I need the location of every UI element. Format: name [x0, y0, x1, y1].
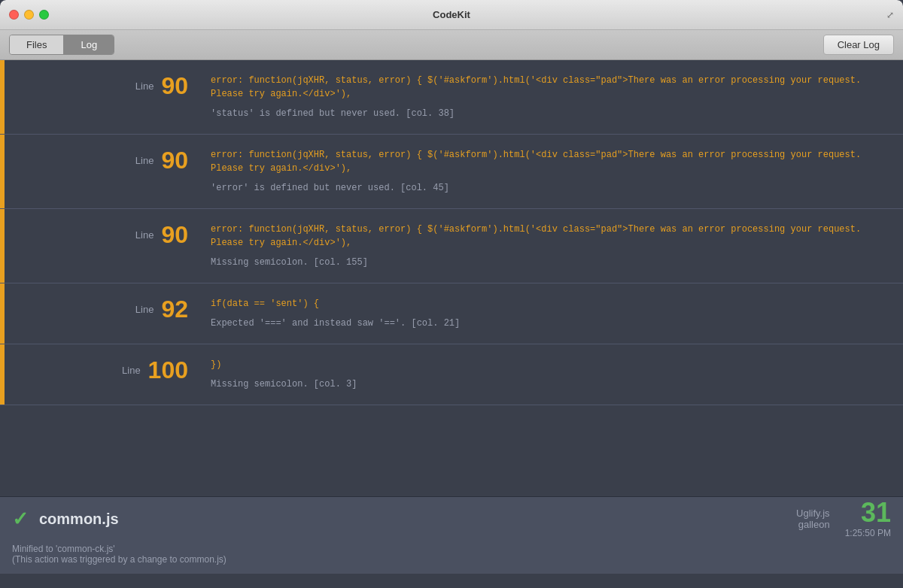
- check-icon: ✓: [12, 508, 29, 531]
- line-number: 92: [161, 297, 188, 321]
- log-entry: Line 90 error: function(jqXHR, status, e…: [0, 209, 903, 283]
- log-message: Missing semicolon. [col. 3]: [211, 377, 873, 391]
- line-label: Line 92: [0, 297, 211, 321]
- tab-group: Files Log: [9, 35, 114, 55]
- status-tool: Uglify.js: [796, 508, 830, 519]
- log-content: error: function(jqXHR, status, error) { …: [211, 148, 888, 195]
- minimize-button[interactable]: [24, 10, 34, 20]
- line-label: Line 90: [0, 74, 211, 98]
- status-bar: ✓ common.js Uglify.js galleon 31 1:25:50…: [0, 496, 903, 574]
- log-content: error: function(jqXHR, status, error) { …: [211, 223, 888, 269]
- log-entry: Line 100 }) Missing semicolon. [col. 3]: [0, 344, 903, 405]
- toolbar: Files Log Clear Log: [0, 30, 903, 60]
- status-filename: common.js: [39, 511, 796, 528]
- log-code: error: function(jqXHR, status, error) { …: [211, 148, 873, 175]
- status-time: 1:25:50 PM: [845, 528, 891, 538]
- log-area: Line 90 error: function(jqXHR, status, e…: [0, 60, 903, 496]
- warning-bar: [0, 209, 5, 283]
- log-message: 'status' is defined but never used. [col…: [211, 107, 873, 120]
- line-text: Line: [135, 80, 154, 92]
- log-entry: Line 92 if(data == 'sent') { Expected '=…: [0, 283, 903, 344]
- status-count: 31: [861, 499, 891, 526]
- line-label: Line 100: [0, 358, 211, 382]
- log-content: if(data == 'sent') { Expected '===' and …: [211, 297, 888, 330]
- line-number: 90: [161, 148, 188, 172]
- traffic-lights: [9, 10, 49, 20]
- tab-log[interactable]: Log: [64, 35, 114, 54]
- close-button[interactable]: [9, 10, 19, 20]
- line-label: Line 90: [0, 148, 211, 172]
- log-code: error: function(jqXHR, status, error) { …: [211, 74, 873, 101]
- line-text: Line: [135, 304, 154, 315]
- warning-bar: [0, 283, 5, 344]
- status-detail-line-2: (This action was triggered by a change t…: [12, 554, 891, 565]
- titlebar: CodeKit ⤢: [0, 0, 903, 30]
- clear-log-button[interactable]: Clear Log: [823, 35, 894, 55]
- status-right: Uglify.js galleon: [796, 508, 830, 530]
- expand-icon: ⤢: [886, 10, 894, 20]
- warning-bar: [0, 135, 5, 208]
- log-code: if(data == 'sent') {: [211, 297, 873, 311]
- status-detail-line-1: Minified to 'common-ck.js': [12, 544, 891, 554]
- warning-bar: [0, 344, 5, 405]
- maximize-button[interactable]: [39, 10, 49, 20]
- status-count-block: 31 1:25:50 PM: [845, 499, 891, 538]
- log-entry: Line 90 error: function(jqXHR, status, e…: [0, 135, 903, 209]
- line-number: 90: [161, 74, 188, 98]
- line-number: 100: [148, 358, 188, 382]
- line-text: Line: [135, 155, 154, 166]
- window-title: CodeKit: [433, 9, 470, 20]
- status-detail: Minified to 'common-ck.js' (This action …: [0, 541, 903, 574]
- log-code: error: function(jqXHR, status, error) { …: [211, 223, 873, 250]
- status-main: ✓ common.js Uglify.js galleon 31 1:25:50…: [0, 497, 903, 541]
- log-code: }): [211, 358, 873, 371]
- log-entry: Line 90 error: function(jqXHR, status, e…: [0, 60, 903, 135]
- titlebar-right: ⤢: [886, 10, 894, 20]
- log-content: error: function(jqXHR, status, error) { …: [211, 74, 888, 120]
- tab-files[interactable]: Files: [10, 35, 64, 54]
- line-number: 90: [161, 223, 188, 247]
- log-message: Expected '===' and instead saw '=='. [co…: [211, 317, 873, 330]
- line-label: Line 90: [0, 223, 211, 247]
- line-text: Line: [122, 365, 141, 376]
- line-text: Line: [135, 229, 154, 241]
- status-engine: galleon: [798, 519, 830, 530]
- log-message: Missing semicolon. [col. 155]: [211, 256, 873, 269]
- log-content: }) Missing semicolon. [col. 3]: [211, 358, 888, 391]
- log-message: 'error' is defined but never used. [col.…: [211, 181, 873, 195]
- warning-bar: [0, 60, 5, 134]
